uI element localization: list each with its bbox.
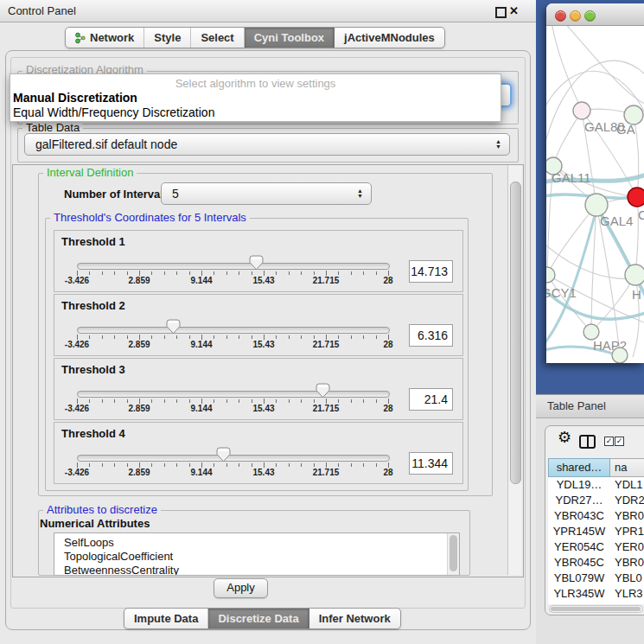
slider-track[interactable] bbox=[77, 263, 390, 270]
network-node-c[interactable] bbox=[628, 188, 644, 207]
float-window-icon[interactable] bbox=[495, 7, 507, 18]
control-panel-titlebar: Control Panel bbox=[0, 0, 536, 22]
columns-icon[interactable] bbox=[579, 435, 596, 449]
cell-shared-name: YER054C bbox=[548, 539, 610, 555]
horizontal-scrollbar[interactable] bbox=[549, 605, 643, 613]
checkbox-icon[interactable]: ✓ bbox=[615, 437, 624, 446]
tick-label: 15.43 bbox=[242, 404, 285, 413]
tick-mark bbox=[151, 463, 152, 467]
network-view-window[interactable]: GAL80GACGAL11GAL4GCY1HHAP2 bbox=[546, 3, 644, 363]
slider-track[interactable] bbox=[77, 327, 390, 334]
control-panel-tabbar: NetworkStyleSelectCyni ToolboxjActiveMNo… bbox=[65, 27, 445, 48]
column-header-shared-name[interactable]: shared… bbox=[548, 458, 610, 477]
cell-name: YIL0 bbox=[610, 602, 644, 604]
table-row[interactable]: YPR145WYPR1 bbox=[548, 524, 644, 539]
minimize-traffic-light[interactable] bbox=[570, 10, 581, 22]
slider-thumb[interactable] bbox=[216, 447, 231, 466]
threshold-value-field[interactable]: 21.4 bbox=[409, 388, 453, 411]
tick-label: 2.859 bbox=[118, 276, 161, 285]
close-icon[interactable]: ✕ bbox=[509, 4, 519, 17]
numerical-attributes-list[interactable]: SelfLoopsTopologicalCoefficientBetweenne… bbox=[54, 532, 460, 576]
tick-mark bbox=[363, 399, 364, 403]
close-traffic-light[interactable] bbox=[555, 10, 566, 22]
table-row[interactable]: YBR043CYBR0 bbox=[548, 508, 644, 524]
table-header-row: shared… na bbox=[548, 458, 644, 477]
list-item-selfloops[interactable]: SelfLoops bbox=[54, 533, 447, 550]
tick-mark bbox=[214, 399, 214, 403]
table-row[interactable]: YIL053CYIL0 bbox=[548, 602, 644, 604]
table-row[interactable]: YER054CYER0 bbox=[548, 539, 644, 555]
slider-thumb[interactable] bbox=[316, 383, 330, 402]
tick-mark bbox=[226, 271, 227, 275]
apply-button[interactable]: Apply bbox=[214, 578, 268, 598]
tick-label: 2.859 bbox=[118, 468, 161, 477]
cell-shared-name: YDR27… bbox=[548, 493, 610, 508]
network-edge[interactable] bbox=[564, 26, 644, 105]
table-data-group-label: Table Data bbox=[22, 122, 83, 134]
column-header-name[interactable]: na bbox=[610, 458, 644, 477]
tick-mark bbox=[114, 335, 115, 339]
tick-label: -3.426 bbox=[55, 340, 99, 349]
tab-impute-data[interactable]: Impute Data bbox=[124, 609, 208, 628]
number-of-intervals-combobox[interactable]: 5 ▲▼ bbox=[161, 182, 372, 205]
tick-label: 9.144 bbox=[180, 404, 223, 413]
tab-discretize-data[interactable]: Discretize Data bbox=[208, 609, 309, 628]
table-body: YDL19…YDL1YDR27…YDR2YBR043CYBR0YPR145WYP… bbox=[548, 477, 644, 604]
tick-label: 15.43 bbox=[242, 340, 285, 349]
network-node[interactable] bbox=[612, 348, 628, 363]
table-row[interactable]: YDR27…YDR2 bbox=[548, 493, 644, 508]
tick-mark bbox=[114, 399, 115, 403]
table-row[interactable]: YBL079WYBL0 bbox=[548, 571, 644, 586]
tab-infer-network[interactable]: Infer Network bbox=[309, 609, 400, 628]
table-data-combobox[interactable]: galFiltered.sif default node ▲▼ bbox=[24, 133, 510, 156]
tick-mark bbox=[276, 463, 277, 467]
vertical-scrollbar-thumb[interactable] bbox=[510, 182, 521, 484]
tick-mark bbox=[151, 399, 152, 403]
tick-mark bbox=[89, 271, 90, 275]
threshold-value-field[interactable]: 6.316 bbox=[409, 324, 453, 347]
network-edge[interactable] bbox=[553, 111, 582, 166]
threshold-value-field[interactable]: 11.344 bbox=[409, 452, 453, 475]
slider-track[interactable] bbox=[77, 391, 390, 398]
tick-mark bbox=[276, 399, 277, 403]
node-label: GAL11 bbox=[552, 170, 591, 185]
table-row[interactable]: YDL19…YDL1 bbox=[548, 477, 644, 493]
tab-cyni-toolbox[interactable]: Cyni Toolbox bbox=[245, 28, 335, 48]
tick-label: -3.426 bbox=[55, 468, 99, 477]
algorithm-option-equal-width-frequency-discretization[interactable]: Equal Width/Frequency Discretization bbox=[13, 105, 214, 119]
tab-jactivemnodules[interactable]: jActiveMNodules bbox=[335, 28, 444, 48]
zoom-traffic-light[interactable] bbox=[584, 10, 596, 22]
tab-network[interactable]: Network bbox=[66, 28, 144, 48]
network-node-gcy1[interactable] bbox=[546, 267, 555, 283]
network-edge[interactable] bbox=[552, 26, 582, 111]
network-edge[interactable] bbox=[547, 275, 591, 332]
list-scrollbar[interactable] bbox=[447, 533, 459, 575]
tick-mark bbox=[314, 463, 315, 467]
tick-label: 15.43 bbox=[242, 468, 285, 477]
slider-thumb[interactable] bbox=[166, 319, 181, 338]
tick-mark bbox=[214, 335, 214, 339]
tick-mark bbox=[376, 335, 377, 339]
algorithm-option-manual-discretization[interactable]: Manual Discretization bbox=[13, 91, 137, 105]
list-scrollbar-thumb[interactable] bbox=[450, 535, 457, 571]
network-node-h[interactable] bbox=[625, 265, 644, 285]
table-row[interactable]: YBR045CYBR0 bbox=[548, 555, 644, 571]
horizontal-scrollbar-thumb[interactable] bbox=[551, 607, 641, 611]
slider-thumb[interactable] bbox=[249, 255, 264, 274]
slider-track[interactable] bbox=[77, 455, 390, 462]
tab-label: Network bbox=[90, 29, 134, 48]
network-node-gal80[interactable] bbox=[573, 102, 590, 119]
tick-label: 28 bbox=[367, 404, 410, 413]
threshold-value-field[interactable]: 14.713 bbox=[409, 260, 453, 283]
network-canvas[interactable]: GAL80GACGAL11GAL4GCY1HHAP2 bbox=[546, 26, 644, 363]
cell-name: YER0 bbox=[610, 539, 644, 555]
table-row[interactable]: YLR345WYLR3 bbox=[548, 586, 644, 602]
tab-select[interactable]: Select bbox=[191, 28, 244, 48]
gear-icon[interactable]: ⚙ bbox=[558, 430, 571, 445]
tab-style[interactable]: Style bbox=[144, 28, 191, 48]
list-item-topologicalcoefficient[interactable]: TopologicalCoefficient bbox=[54, 550, 447, 564]
checkbox-icon[interactable]: ✓ bbox=[604, 437, 614, 446]
list-item-betweennesscentrality[interactable]: BetweennessCentrality bbox=[54, 564, 447, 576]
cell-shared-name: YBL079W bbox=[548, 571, 610, 586]
network-window-titlebar[interactable] bbox=[546, 3, 644, 26]
